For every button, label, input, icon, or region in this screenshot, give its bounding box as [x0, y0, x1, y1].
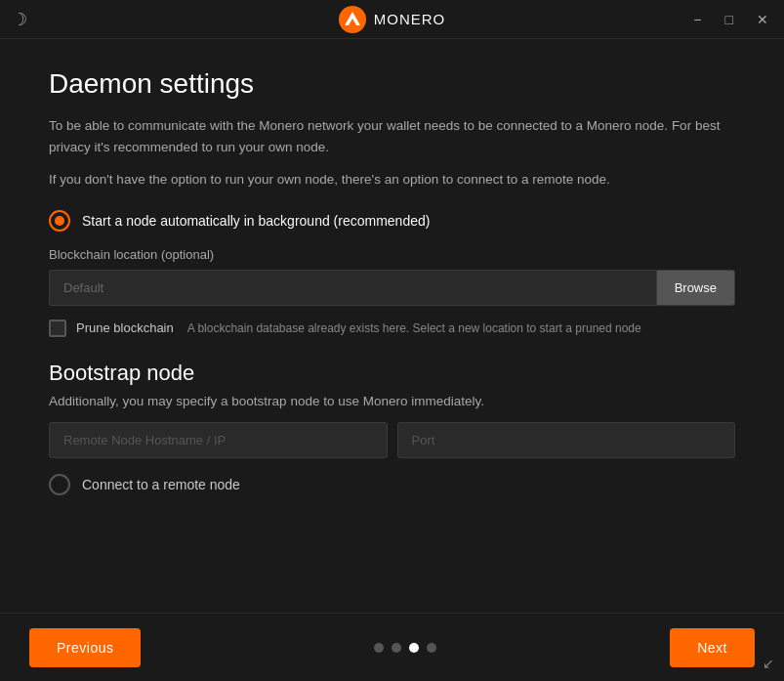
- dot-2: [392, 643, 401, 653]
- prune-row[interactable]: Prune blockchain A blockchain database a…: [49, 319, 735, 337]
- dot-3: [409, 643, 419, 653]
- hostname-input[interactable]: [49, 422, 388, 458]
- minimize-button[interactable]: −: [689, 11, 705, 28]
- cursor-indicator: ↙: [763, 656, 774, 671]
- remote-node-radio[interactable]: [49, 474, 70, 495]
- description-2: If you don't have the option to run your…: [49, 169, 735, 191]
- node-inputs-row: [49, 422, 735, 458]
- remote-node-option[interactable]: Connect to a remote node: [49, 474, 735, 495]
- svg-point-0: [339, 6, 366, 33]
- bootstrap-section-title: Bootstrap node: [49, 361, 735, 386]
- prune-checkbox[interactable]: [49, 319, 66, 337]
- blockchain-location-input[interactable]: [49, 270, 656, 306]
- titlebar-center: MONERO: [339, 6, 446, 33]
- main-content: Daemon settings To be able to communicat…: [0, 39, 784, 515]
- pagination-dots: [374, 643, 436, 653]
- description-1: To be able to communicate with the Moner…: [49, 115, 735, 157]
- dot-1: [374, 643, 384, 653]
- maximize-button[interactable]: □: [722, 11, 737, 28]
- monero-logo: [339, 6, 366, 33]
- moon-icon[interactable]: ☽: [12, 9, 27, 30]
- footer: Previous Next: [0, 613, 784, 681]
- blockchain-location-label: Blockchain location (optional): [49, 247, 735, 262]
- browse-button[interactable]: Browse: [656, 270, 735, 306]
- bootstrap-description: Additionally, you may specify a bootstra…: [49, 394, 735, 408]
- prune-label: Prune blockchain: [76, 320, 174, 335]
- port-input[interactable]: [397, 422, 736, 458]
- next-button[interactable]: Next: [670, 628, 755, 667]
- dot-4: [427, 643, 436, 653]
- close-button[interactable]: ✕: [753, 11, 772, 28]
- page-title: Daemon settings: [49, 68, 735, 100]
- auto-node-option[interactable]: Start a node automatically in background…: [49, 210, 735, 232]
- auto-node-radio[interactable]: [49, 210, 70, 232]
- previous-button[interactable]: Previous: [29, 628, 141, 667]
- remote-node-label: Connect to a remote node: [82, 477, 240, 492]
- blockchain-location-row: Browse: [49, 270, 735, 306]
- titlebar-left: ☽: [12, 9, 70, 30]
- auto-node-label: Start a node automatically in background…: [82, 213, 430, 229]
- app-title: MONERO: [374, 11, 446, 27]
- titlebar: ☽ MONERO − □ ✕: [0, 0, 784, 39]
- titlebar-controls: − □ ✕: [714, 11, 772, 28]
- prune-hint: A blockchain database already exists her…: [187, 321, 641, 335]
